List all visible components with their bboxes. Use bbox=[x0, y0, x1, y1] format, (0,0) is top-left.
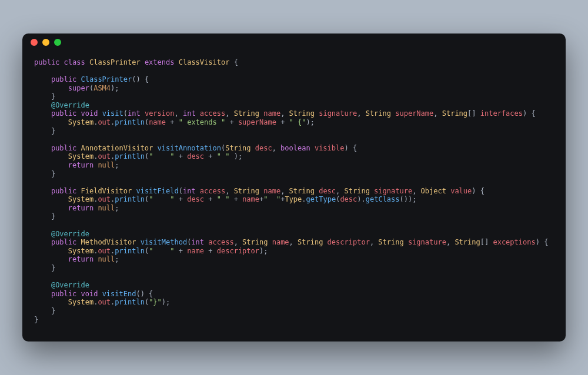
method-call: println bbox=[115, 118, 145, 126]
keyword: extends bbox=[145, 58, 175, 66]
type-name: Type bbox=[285, 195, 302, 203]
method-call: println bbox=[115, 152, 145, 160]
punct: ); bbox=[229, 152, 242, 160]
field: out bbox=[98, 298, 111, 306]
annotation: @Override bbox=[51, 281, 89, 289]
punct: + bbox=[225, 118, 238, 126]
punct: [] bbox=[467, 109, 476, 118]
punct: , bbox=[289, 238, 298, 246]
punct: } bbox=[51, 170, 55, 178]
type-name: String bbox=[242, 238, 268, 246]
zoom-icon[interactable] bbox=[54, 39, 61, 46]
punct: ); bbox=[162, 298, 170, 306]
code-block: public class ClassPrinter extends ClassV… bbox=[22, 51, 566, 330]
punct: } bbox=[51, 92, 55, 101]
punct: ; bbox=[115, 204, 119, 212]
type-name: System bbox=[68, 298, 93, 306]
punct: + bbox=[204, 195, 217, 203]
field: name bbox=[242, 195, 259, 203]
type-name: String bbox=[289, 187, 315, 195]
keyword: int bbox=[183, 187, 196, 195]
punct: ( bbox=[179, 187, 183, 195]
punct: } bbox=[51, 307, 55, 315]
param: name bbox=[259, 109, 280, 118]
constant: null bbox=[93, 161, 115, 169]
keyword: public bbox=[51, 109, 76, 118]
field: out bbox=[98, 195, 111, 203]
field: descriptor bbox=[217, 247, 259, 255]
minimize-icon[interactable] bbox=[42, 39, 49, 46]
type-name: System bbox=[68, 152, 93, 160]
punct: + bbox=[174, 247, 187, 255]
punct: () { bbox=[132, 75, 149, 83]
keyword: public bbox=[34, 58, 59, 66]
keyword: return bbox=[68, 204, 93, 212]
method-call: getType bbox=[306, 195, 336, 203]
param: signature bbox=[315, 109, 357, 118]
type-name: String bbox=[234, 187, 259, 195]
type-name: String bbox=[225, 144, 250, 152]
param: name bbox=[268, 238, 289, 246]
param: superName bbox=[391, 109, 433, 118]
punct: ()); bbox=[400, 195, 417, 203]
method-call: getClass bbox=[366, 195, 400, 203]
param: signature bbox=[404, 238, 446, 246]
string: " " bbox=[149, 195, 174, 203]
punct: + bbox=[166, 118, 179, 126]
punct: , bbox=[280, 109, 289, 118]
type-name: System bbox=[68, 118, 93, 126]
field: out bbox=[98, 247, 111, 255]
keyword: void bbox=[81, 109, 98, 118]
punct: ; bbox=[115, 255, 119, 263]
type-name: String bbox=[345, 187, 370, 195]
method-name: visitAnnotation bbox=[158, 144, 221, 152]
constant: ASM4 bbox=[93, 84, 111, 92]
close-icon[interactable] bbox=[31, 39, 38, 46]
type-name: MethodVisitor bbox=[81, 238, 136, 246]
keyword: int bbox=[191, 238, 204, 246]
field: out bbox=[98, 118, 111, 126]
string: " " bbox=[149, 152, 174, 160]
method-call: println bbox=[115, 247, 145, 255]
type-name: System bbox=[68, 195, 93, 203]
param: signature bbox=[370, 187, 412, 195]
punct: + bbox=[174, 152, 187, 160]
keyword: public bbox=[51, 238, 76, 246]
type-name: FieldVisitor bbox=[81, 187, 132, 195]
field: desc bbox=[187, 152, 204, 160]
string: " extends " bbox=[179, 118, 225, 126]
punct: ). bbox=[357, 195, 365, 203]
param: version bbox=[141, 109, 175, 118]
punct: ) { bbox=[536, 238, 549, 246]
type-name: AnnotationVisitor bbox=[81, 144, 153, 152]
string: " {" bbox=[289, 118, 306, 126]
field: desc bbox=[187, 195, 204, 203]
punct: () { bbox=[136, 290, 153, 298]
keyword: public bbox=[51, 187, 76, 195]
field: name bbox=[149, 118, 166, 126]
punct: } bbox=[51, 264, 55, 272]
code-editor-window: public class ClassPrinter extends ClassV… bbox=[22, 34, 566, 341]
punct: . bbox=[302, 195, 306, 203]
string: "}" bbox=[149, 298, 162, 306]
punct: { bbox=[229, 58, 238, 66]
constant: null bbox=[93, 204, 115, 212]
param: access bbox=[196, 187, 226, 195]
param: visible bbox=[310, 144, 345, 152]
type-name: String bbox=[366, 109, 391, 118]
param: desc bbox=[251, 144, 272, 152]
annotation: @Override bbox=[51, 101, 89, 109]
punct: ) { bbox=[523, 109, 536, 118]
keyword: super bbox=[68, 84, 89, 92]
punct: ; bbox=[115, 161, 119, 169]
field: superName bbox=[238, 118, 276, 126]
punct: , bbox=[433, 109, 442, 118]
keyword: boolean bbox=[280, 144, 310, 152]
param: desc bbox=[315, 187, 336, 195]
punct: , bbox=[336, 187, 344, 195]
string: " " bbox=[217, 195, 230, 203]
type-name: ClassVisitor bbox=[179, 58, 230, 66]
punct: , bbox=[412, 187, 420, 195]
field: name bbox=[187, 247, 204, 255]
punct: } bbox=[34, 316, 38, 324]
